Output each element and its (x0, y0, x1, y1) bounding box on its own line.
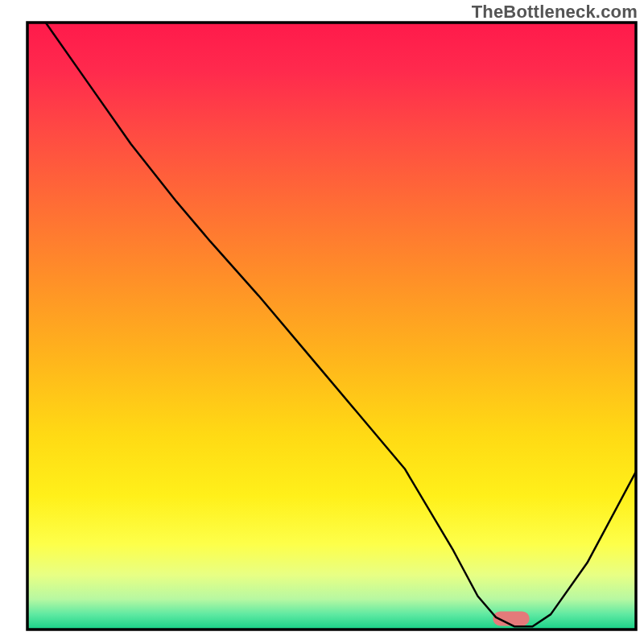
chart-container: TheBottleneck.com (0, 0, 644, 644)
plot-area (27, 23, 636, 630)
bottleneck-chart (0, 0, 644, 644)
gradient-background (27, 23, 636, 630)
